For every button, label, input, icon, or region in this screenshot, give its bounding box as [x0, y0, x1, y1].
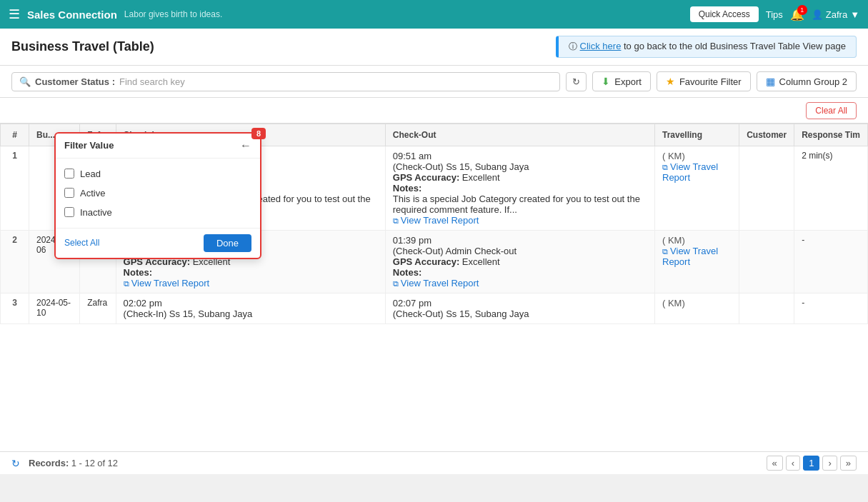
user-menu[interactable]: 👤 Zafra ▼: [812, 9, 859, 20]
row-3-customer: [739, 293, 794, 324]
notification-badge: 1: [797, 5, 807, 15]
pagination-bar: ↻ Records: 1 - 12 of 12 « ‹ 1 › »: [0, 451, 868, 474]
checkout-notes-1: This is a special Job Category created f…: [393, 194, 647, 215]
checkin-notes-label-2: Notes:: [124, 267, 378, 278]
col-response[interactable]: Response Tim: [794, 124, 868, 146]
user-icon: 👤: [812, 9, 823, 20]
records-total: 12: [107, 458, 117, 468]
export-icon: ⬇: [602, 76, 610, 87]
refresh-button[interactable]: ↻: [566, 72, 587, 91]
checkin-time-3: 02:02 pm: [124, 298, 378, 308]
filter-option-active[interactable]: Active: [64, 184, 251, 203]
top-navigation: ☰ Sales Connection Labor gives birth to …: [0, 0, 868, 29]
filter-title: Filter Value: [64, 140, 114, 151]
pagination-refresh-icon[interactable]: ↻: [11, 458, 20, 469]
star-icon: ★: [666, 76, 675, 87]
search-bar[interactable]: 🔍 Customer Status : Find search key: [11, 72, 560, 91]
filter-label-lead: Lead: [80, 169, 101, 179]
row-num-2: 2: [1, 231, 29, 293]
checkout-gps-1: GPS Accuracy: Excellent: [393, 172, 647, 183]
col-num: #: [1, 124, 29, 146]
first-page-button[interactable]: «: [767, 456, 783, 471]
filter-back-icon[interactable]: ←: [240, 139, 251, 152]
chevron-down-icon: ▼: [850, 9, 859, 20]
notification-bell[interactable]: 🔔1: [790, 8, 804, 21]
favourite-label: Favourite Filter: [679, 76, 742, 87]
checkout-report-1[interactable]: View Travel Report: [393, 215, 479, 226]
filter-options: Lead Active Inactive: [56, 159, 260, 228]
row-3-user: Zafra: [80, 293, 116, 324]
checkout-time-3: 02:07 pm: [393, 298, 647, 308]
row-1-checkout: 09:51 am (Check-Out) Ss 15, Subang Jaya …: [385, 146, 654, 231]
checkin-report-2[interactable]: View Travel Report: [124, 278, 210, 288]
row-3-date: 2024-05-10: [29, 293, 80, 324]
app-name: Sales Connection: [27, 9, 117, 21]
row-1-response: 2 min(s): [794, 146, 868, 231]
page-1-button[interactable]: 1: [803, 456, 819, 471]
row-2-customer: [739, 231, 794, 293]
columns-icon: ▦: [766, 76, 775, 87]
page-title: Business Travel (Table): [11, 39, 154, 54]
checkout-gps-2: GPS Accuracy: Excellent: [393, 256, 647, 267]
page-header: Business Travel (Table) ⓘ Click here to …: [0, 29, 868, 66]
quick-access-button[interactable]: Quick Access: [690, 6, 759, 22]
info-banner-link[interactable]: Click here: [580, 41, 622, 51]
column-group-button[interactable]: ▦ Column Group 2: [757, 71, 857, 91]
export-button[interactable]: ⬇ Export: [592, 71, 651, 91]
search-placeholder: Find search key: [119, 76, 185, 87]
row-2-checkout: 01:39 pm (Check-Out) Admin Check-out GPS…: [385, 231, 654, 293]
next-page-button[interactable]: ›: [822, 456, 837, 471]
checkin-loc-3: (Check-In) Ss 15, Subang Jaya: [124, 308, 378, 319]
last-page-button[interactable]: »: [840, 456, 857, 471]
col-customer[interactable]: Customer: [739, 124, 794, 146]
tips-link[interactable]: Tips: [766, 9, 783, 20]
filter-header: Filter Value ←: [56, 134, 260, 159]
done-button[interactable]: Done: [204, 234, 251, 252]
pagination-controls: « ‹ 1 › »: [767, 456, 857, 471]
search-tag: Customer Status :: [35, 76, 115, 87]
row-num-1: 1: [1, 146, 29, 231]
checkout-time-1: 09:51 am: [393, 151, 647, 161]
records-range: 1 - 12: [71, 458, 95, 468]
travel-report-1[interactable]: View Travel Report: [662, 161, 718, 183]
search-icon: 🔍: [19, 76, 31, 87]
records-total-label: of: [97, 458, 105, 468]
checkout-loc-2: (Check-Out) Admin Check-out: [393, 246, 647, 256]
checkout-report-2[interactable]: View Travel Report: [393, 278, 479, 288]
km-2: ( KM): [662, 235, 732, 246]
select-all-link[interactable]: Select All: [64, 238, 99, 248]
info-banner: ⓘ Click here to go back to the old Busin…: [556, 36, 857, 58]
filter-footer: Select All Done: [56, 228, 260, 258]
row-2-travelling: ( KM) View Travel Report: [655, 231, 739, 293]
km-3: ( KM): [662, 298, 732, 308]
row-3-response: -: [794, 293, 868, 324]
row-3-travelling: ( KM): [655, 293, 739, 324]
filter-label-inactive: Inactive: [80, 207, 112, 218]
row-3-checkin: 02:02 pm (Check-In) Ss 15, Subang Jaya: [116, 293, 385, 324]
filter-checkbox-active[interactable]: [64, 188, 74, 198]
filter-option-lead[interactable]: Lead: [64, 164, 251, 184]
checkout-loc-3: (Check-Out) Ss 15, Subang Jaya: [393, 308, 647, 319]
checkout-notes-label-1: Notes:: [393, 183, 647, 194]
clear-all-button[interactable]: Clear All: [806, 102, 857, 119]
row-3-checkout: 02:07 pm (Check-Out) Ss 15, Subang Jaya: [385, 293, 654, 324]
filter-badge: 8: [251, 128, 266, 139]
row-1-customer: [739, 146, 794, 231]
col-travelling[interactable]: Travelling: [655, 124, 739, 146]
menu-icon[interactable]: ☰: [9, 6, 20, 22]
row-num-3: 3: [1, 293, 29, 324]
favourite-filter-button[interactable]: ★ Favourite Filter: [657, 71, 751, 91]
column-group-label: Column Group 2: [779, 76, 847, 87]
filter-checkbox-inactive[interactable]: [64, 207, 74, 217]
export-label: Export: [614, 76, 642, 87]
filter-option-inactive[interactable]: Inactive: [64, 203, 251, 222]
sub-toolbar: Filter Value ← Lead Active Inactive: [0, 98, 868, 124]
col-checkout[interactable]: Check-Out: [385, 124, 654, 146]
prev-page-button[interactable]: ‹: [786, 456, 800, 471]
km-1: ( KM): [662, 151, 732, 161]
travel-report-2[interactable]: View Travel Report: [662, 246, 718, 267]
checkout-loc-1: (Check-Out) Ss 15, Subang Jaya: [393, 161, 647, 172]
records-label: Records:: [29, 458, 69, 468]
filter-checkbox-lead[interactable]: [64, 169, 74, 179]
info-banner-text: to go back to the old Business Travel Ta…: [621, 41, 846, 51]
